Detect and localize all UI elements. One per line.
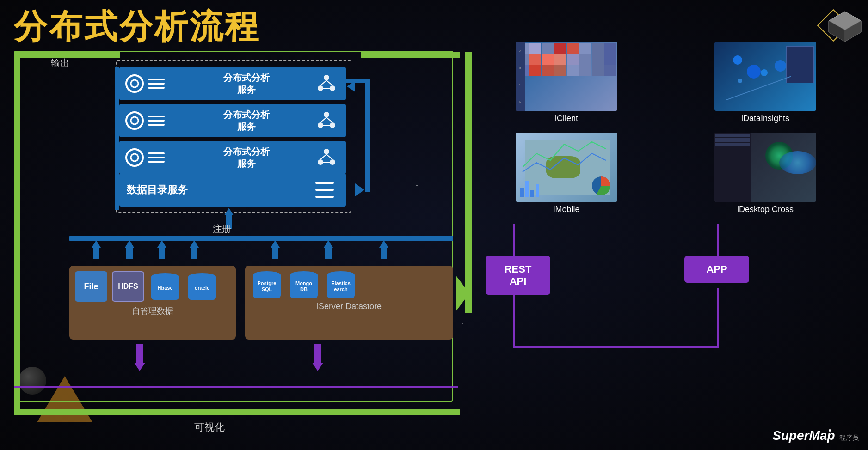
line-1 [148,116,165,117]
idatainsights-label: iDataInsights [741,114,789,123]
catalog-icon [315,182,339,198]
svg-line-17 [320,117,326,122]
db-ring-icon [125,74,144,93]
row-label: D [516,100,525,103]
cluster-icon-2 [313,109,340,132]
content-wrapper: 分布式分析流程 输出 [0,0,868,450]
line-1 [148,79,165,80]
service-icon-1 [125,74,180,93]
output-label: 输出 [51,57,69,69]
sidebar [714,133,751,202]
arrow-left-service [347,81,355,92]
map-cluster-2 [747,65,761,79]
bar-chart [520,179,539,197]
svg-marker-28 [456,275,469,312]
iserver-label: iServer Datastore [251,302,448,311]
purple-arrow-1 [134,344,145,371]
service-row-2: 分布式分析服务 [119,104,346,137]
postgresql-cylinder: PostgreSQL [251,271,283,298]
catalog-line [315,182,334,184]
svg-point-7 [318,85,323,91]
svg-line-25 [320,154,326,159]
cylinder-body: oracle [188,277,216,300]
svg-line-9 [320,80,326,85]
hdfs-box: HDFS [112,271,144,302]
svg-point-8 [330,85,335,91]
grid-cell [542,65,554,76]
grid-cell [579,43,591,54]
row-label: B [516,67,525,69]
catalog-line [315,196,334,198]
grid-cell [604,43,616,54]
right-blue-vertical [365,79,370,192]
map-controls [786,46,814,83]
service-row-text-2: 分布式分析服务 [180,109,313,133]
catalog-text: 数据目录服务 [127,183,315,197]
service-rows-container: 分布式分析服务 [119,67,346,178]
grid-cell [604,54,616,65]
cluster-icon-3 [313,146,340,169]
svg-point-24 [330,159,335,165]
pie-chart [590,174,613,197]
register-label: 注册 [213,223,231,235]
service-row-1: 分布式分析服务 [119,67,346,100]
iclient-screenshot: A B C D [516,42,617,111]
self-data-icons: File HDFS Hbase oracle [75,271,230,302]
grid-cell [529,65,541,76]
up-arrow-4 [190,240,199,259]
bar [530,190,534,197]
service-icon-3 [125,148,180,167]
idesktop-screenshot [714,133,816,202]
cylinder-body: Hbase [151,277,179,300]
grid-cell [542,43,554,54]
line-chart [518,135,617,176]
main-map [751,133,816,202]
purple-line-rest-down [513,288,515,348]
visualize-label: 可视化 [194,420,225,434]
grid-cell [567,65,579,76]
mongodb-cylinder: MongoDB [288,271,320,298]
arrow-right-to-catalog [355,173,364,196]
bar [520,188,524,197]
up-arrow-5 [271,240,280,259]
svg-point-12 [126,112,143,129]
line-3 [148,87,165,89]
grid-cell [592,65,604,76]
grid-cell [554,54,566,65]
grid-cell [592,54,604,65]
up-arrow-3 [157,240,166,259]
cylinder-body: Elasticsearch [327,275,355,298]
lines-icon-2 [148,112,165,129]
catalog-line [315,189,334,191]
row-labels: A B C D [516,42,525,111]
self-data-label: 自管理数据 [75,305,230,316]
grid-cell [529,54,541,65]
line-2 [148,83,165,85]
svg-point-23 [318,159,323,165]
bar [525,181,529,197]
purple-horizontal-connector [513,346,719,348]
menu-item [715,138,750,142]
svg-point-21 [131,154,138,161]
map-cluster-5 [775,60,786,72]
line-2 [148,120,165,122]
service-row-text-1: 分布式分析服务 [180,72,313,96]
green-right-vertical [465,52,472,313]
green-left-vertical [14,52,20,412]
rest-api-box: RESTAPI [486,256,550,295]
up-arrow-1 [92,240,101,259]
right-panels: A B C D iClient [472,42,860,224]
map-road [726,76,791,100]
purple-line-from-rest [513,224,515,256]
map-cluster-4 [738,79,742,83]
service-row-text-3: 分布式分析服务 [180,146,313,170]
idesktop-label: iDesktop Cross [737,205,794,214]
purple-line-app-down [717,288,719,348]
purple-line-from-app [717,224,719,256]
svg-point-13 [131,117,138,124]
line-3 [148,161,165,163]
cylinder-body: PostgreSQL [253,275,281,298]
green-arrow-right [456,275,469,314]
svg-point-16 [330,122,335,128]
up-arrow-6 [324,240,333,259]
